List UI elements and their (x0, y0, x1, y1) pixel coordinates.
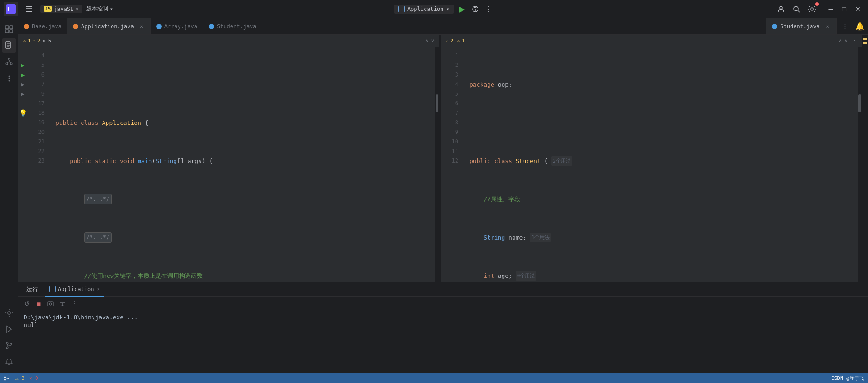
bottom-tab-application[interactable]: Application ✕ (45, 282, 104, 297)
collapsed-block-7[interactable]: /*...*/ (84, 194, 112, 204)
indent-9 (56, 233, 84, 242)
terminal-line-1: D:\java\jdk-1.8\bin\java.exe ... (24, 314, 863, 321)
gutter-18[interactable]: 💡 (18, 108, 27, 118)
hamburger-menu[interactable]: ☰ (22, 2, 36, 16)
bottom-tab-run-label[interactable]: 运行 (22, 282, 43, 297)
right-tabs-more[interactable]: ⋮ (838, 23, 852, 30)
breadcrumb-chevron-down[interactable]: ∨ (431, 38, 434, 44)
gutter-17 (18, 99, 27, 108)
tab-base-java[interactable]: Base.java (18, 18, 67, 35)
tab-icon-array (156, 24, 162, 29)
activity-git-icon[interactable] (2, 338, 16, 353)
svg-point-14 (8, 58, 10, 60)
activity-run-icon[interactable] (2, 322, 16, 337)
run-tab-icon (49, 286, 56, 292)
maximize-button[interactable]: □ (839, 4, 850, 15)
run-config[interactable]: Application ▾ (394, 5, 454, 14)
gutter-19 (18, 118, 27, 128)
tab-student-java-right[interactable]: Student.java ✕ (766, 18, 837, 35)
svg-line-7 (798, 10, 800, 12)
tab-label-student-right: Student.java (780, 23, 820, 30)
run-button[interactable]: ▶ (457, 2, 467, 16)
profile-button[interactable] (775, 3, 787, 15)
svg-point-5 (780, 6, 782, 9)
snapshot-button[interactable] (46, 299, 56, 309)
svg-point-26 (6, 347, 8, 349)
gutter-20 (18, 128, 27, 137)
bottom-tabs-bar: 运行 Application ✕ (18, 282, 868, 297)
settings-button[interactable] (806, 3, 818, 15)
run-config-label: Application (407, 6, 443, 12)
left-scrollbar[interactable] (435, 47, 439, 282)
svg-point-21 (8, 78, 10, 79)
activity-project-icon[interactable] (2, 22, 16, 36)
collapse-7-icon[interactable]: ▶ (21, 80, 25, 89)
activity-more-icon[interactable] (2, 71, 16, 86)
ln-7: 7 (27, 80, 46, 89)
tab-close-application[interactable]: ✕ (139, 23, 145, 30)
gutter-5[interactable]: ▶ (18, 61, 27, 70)
kw-class-5: class (81, 118, 102, 128)
project-badge[interactable]: JS javaSE ▾ (40, 5, 82, 13)
tab-array-java[interactable]: Array.java (151, 18, 203, 35)
ln-23: 23 (27, 156, 46, 166)
lightbulb-18-icon[interactable]: 💡 (19, 108, 27, 118)
bottom-tab-close-application[interactable]: ✕ (97, 286, 100, 292)
minimize-button[interactable]: ─ (825, 4, 837, 15)
tab-application-java[interactable]: Application.java ✕ (67, 18, 151, 35)
rinlay-5: 1个用法 (530, 233, 551, 242)
activity-structure-icon[interactable] (2, 55, 16, 69)
ln-9: 9 (27, 89, 46, 99)
breadcrumb-chevron-up[interactable]: ∧ (426, 38, 429, 44)
tab-label-student-left: Student.java (217, 23, 257, 30)
right-warning-icon-1: ⚠ (446, 38, 449, 44)
left-code-editor[interactable]: ▶ ▶ ▶ ▶ 💡 4 5 (18, 47, 439, 282)
run-line-5-icon[interactable]: ▶ (21, 61, 25, 70)
debug-button[interactable] (470, 4, 481, 15)
status-right: CSDN @厘于飞 (831, 375, 864, 382)
rtype-string: String (483, 233, 508, 242)
more-actions-button[interactable]: ⋮ (483, 3, 494, 15)
kw-public-5: public (56, 118, 81, 128)
collapsed-block-9[interactable]: /*...*/ (84, 232, 112, 243)
title-bar-left: I ☰ JS javaSE ▾ 版本控制 ▾ (4, 2, 113, 16)
search-button[interactable] (791, 3, 802, 15)
right-panel-notifications[interactable]: 🔔 (852, 22, 868, 31)
svg-point-22 (8, 80, 10, 82)
restart-button[interactable]: ↺ (22, 299, 32, 309)
ln-17: 17 (27, 99, 46, 108)
tabs-more-button[interactable]: ⋮ (507, 22, 521, 31)
gutter-9[interactable]: ▶ (18, 89, 27, 99)
app-logo: I (4, 2, 18, 16)
right-breadcrumb-chevron-up[interactable]: ∧ (839, 38, 842, 44)
tab-close-student[interactable]: ✕ (824, 23, 831, 30)
cmt-17: //使用new关键字，本质上是在调用构造函数 (56, 271, 203, 281)
kw-void-6: void (120, 156, 138, 166)
paren-open-6: ( (152, 156, 155, 166)
version-control-chevron: ▾ (110, 6, 113, 12)
gutter-7[interactable]: ▶ (18, 80, 27, 89)
version-control-label: 版本控制 (86, 5, 108, 13)
stop-button[interactable]: ■ (34, 299, 44, 309)
scroll-to-end-button[interactable] (57, 299, 67, 309)
right-scrollbar[interactable] (858, 47, 862, 282)
close-button[interactable]: ✕ (852, 4, 864, 15)
title-bar-actions: ─ □ ✕ (775, 3, 864, 15)
title-bar-center: Application ▾ ▶ ⋮ (113, 2, 775, 16)
right-breadcrumb-chevron-down[interactable]: ∨ (844, 38, 847, 44)
right-code-content[interactable]: package oop; public class Student { 2个用法 (464, 47, 858, 282)
gutter-6[interactable]: ▶ (18, 70, 27, 80)
collapse-9-icon[interactable]: ▶ (21, 89, 25, 99)
terminal-more-button[interactable]: ⋮ (69, 299, 79, 309)
version-control[interactable]: 版本控制 ▾ (86, 5, 113, 13)
tab-student-java-left[interactable]: Student.java (203, 18, 262, 35)
rln-6: 6 (441, 99, 460, 108)
activity-notifications-icon[interactable] (2, 355, 16, 369)
activity-settings-icon[interactable] (2, 306, 16, 320)
type-string-arr: String (155, 156, 177, 166)
code-line-17: //使用new关键字，本质上是在调用构造函数 (56, 271, 435, 281)
left-code-content[interactable]: public class Application { public static… (50, 47, 435, 282)
activity-files-icon[interactable] (2, 38, 16, 53)
run-line-6-icon[interactable]: ▶ (21, 70, 25, 80)
right-code-editor[interactable]: 1 2 3 4 5 6 7 8 9 10 11 12 (441, 47, 862, 282)
